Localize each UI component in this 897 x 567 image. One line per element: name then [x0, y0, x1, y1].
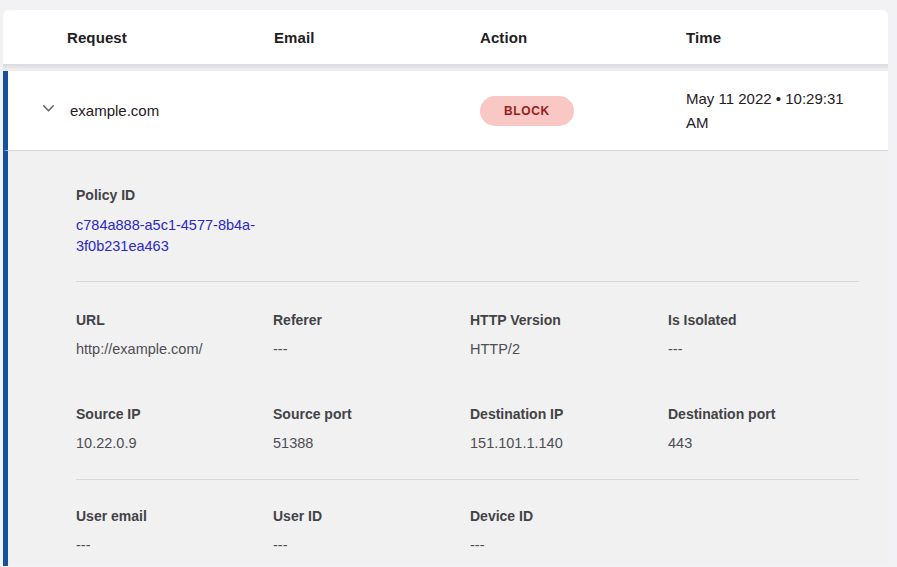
- is-isolated-label: Is Isolated: [668, 312, 867, 328]
- detail-divider-2: [76, 479, 859, 480]
- column-header-request: Request: [67, 29, 274, 46]
- field-user-email: User email ---: [76, 508, 273, 553]
- referer-label: Referer: [273, 312, 470, 328]
- user-id-label: User ID: [273, 508, 470, 524]
- source-ip-value: 10.22.0.9: [76, 435, 273, 451]
- is-isolated-value: ---: [668, 341, 867, 357]
- field-referer: Referer ---: [273, 312, 470, 357]
- device-id-value: ---: [470, 537, 668, 553]
- source-port-value: 51388: [273, 435, 470, 451]
- destination-port-label: Destination port: [668, 406, 867, 422]
- http-version-label: HTTP Version: [470, 312, 668, 328]
- log-detail-panel: Policy ID c784a888-a5c1-4577-8b4a-3f0b23…: [3, 150, 888, 566]
- column-header-time: Time: [686, 29, 888, 46]
- row-time-value: May 11 2022 • 10:29:31 AM: [686, 87, 888, 135]
- field-destination-port: Destination port 443: [668, 406, 867, 451]
- field-device-id: Device ID ---: [470, 508, 668, 553]
- field-url: URL http://example.com/: [76, 312, 273, 357]
- detail-row-user: User email --- User ID --- Device ID ---: [76, 508, 867, 553]
- url-label: URL: [76, 312, 273, 328]
- policy-id-link[interactable]: c784a888-a5c1-4577-8b4a-3f0b231ea463: [76, 215, 276, 257]
- policy-id-label: Policy ID: [76, 187, 867, 203]
- header-shadow-divider: [3, 64, 888, 71]
- destination-port-value: 443: [668, 435, 867, 451]
- destination-ip-value: 151.101.1.140: [470, 435, 668, 451]
- source-port-label: Source port: [273, 406, 470, 422]
- field-http-version: HTTP Version HTTP/2: [470, 312, 668, 357]
- row-request-value: example.com: [70, 102, 274, 119]
- field-is-isolated: Is Isolated ---: [668, 312, 867, 357]
- source-ip-label: Source IP: [76, 406, 273, 422]
- field-source-port: Source port 51388: [273, 406, 470, 451]
- row-action-cell: BLOCK: [480, 96, 686, 126]
- table-header-row: Request Email Action Time: [3, 10, 888, 64]
- chevron-down-icon[interactable]: [40, 100, 57, 121]
- field-destination-ip: Destination IP 151.101.1.140: [470, 406, 668, 451]
- http-version-value: HTTP/2: [470, 341, 668, 357]
- user-email-label: User email: [76, 508, 273, 524]
- user-id-value: ---: [273, 537, 470, 553]
- logs-table: Request Email Action Time example.com BL…: [3, 10, 888, 566]
- status-badge-block: BLOCK: [480, 96, 574, 126]
- row-expand-toggle[interactable]: [8, 100, 70, 121]
- detail-divider-1: [76, 281, 859, 282]
- gateway-logs-page: Request Email Action Time example.com BL…: [0, 0, 897, 567]
- column-header-action: Action: [480, 29, 686, 46]
- url-value: http://example.com/: [76, 341, 273, 357]
- log-table-row[interactable]: example.com BLOCK May 11 2022 • 10:29:31…: [3, 71, 888, 150]
- detail-row-network: Source IP 10.22.0.9 Source port 51388 De…: [76, 406, 867, 451]
- user-email-value: ---: [76, 537, 273, 553]
- device-id-label: Device ID: [470, 508, 668, 524]
- column-header-email: Email: [274, 29, 480, 46]
- destination-ip-label: Destination IP: [470, 406, 668, 422]
- field-policy-id: Policy ID c784a888-a5c1-4577-8b4a-3f0b23…: [76, 187, 867, 257]
- field-user-id: User ID ---: [273, 508, 470, 553]
- detail-row-http: URL http://example.com/ Referer --- HTTP…: [76, 312, 867, 357]
- referer-value: ---: [273, 341, 470, 357]
- field-source-ip: Source IP 10.22.0.9: [76, 406, 273, 451]
